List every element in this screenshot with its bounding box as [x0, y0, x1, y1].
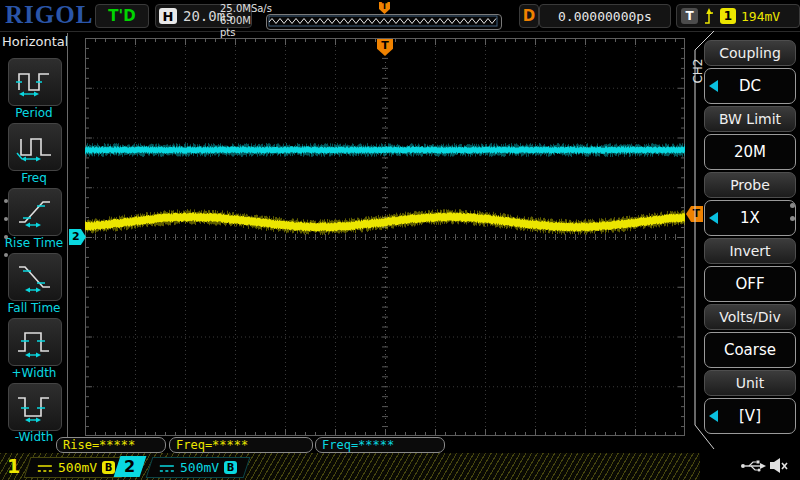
measurement-freq-ch1[interactable]: Freq=***** — [169, 437, 313, 453]
unit-value[interactable]: [V] — [704, 398, 796, 434]
delay-value: 0.00000000ps — [539, 4, 671, 28]
probe-label: Probe — [704, 172, 796, 198]
ch2-status-box[interactable]: 500mV B — [146, 457, 251, 478]
rise-time-button[interactable] — [8, 188, 62, 236]
acquisition-info: 25.0MSa/s 6.00M pts — [220, 3, 266, 39]
freq-button[interactable] — [8, 123, 62, 171]
trigger-info-box[interactable]: T 1 194mV — [676, 4, 800, 28]
plus-width-label: +Width — [0, 366, 68, 380]
freq-icon — [15, 131, 55, 163]
ch1-scale: 500mV — [58, 460, 97, 475]
coupling-label: Coupling — [704, 40, 796, 66]
menu-item-volts-div[interactable]: Volts/Div Coarse — [704, 304, 796, 368]
period-icon — [15, 66, 55, 98]
trigger-level-value: 194mV — [741, 9, 780, 24]
trigger-t-icon: T — [681, 8, 698, 24]
fall-time-button[interactable] — [8, 253, 62, 301]
oscilloscope-screen: RIGOL T'D H 20.0ms 25.0MSa/s 6.00M pts T… — [0, 0, 800, 480]
unit-label: Unit — [704, 370, 796, 396]
unit-value-text: [V] — [739, 407, 761, 425]
period-label: Period — [0, 106, 68, 120]
freq-label: Freq — [0, 171, 68, 185]
volts-div-value-text: Coarse — [724, 341, 776, 359]
menu-item-unit[interactable]: Unit [V] — [704, 370, 796, 434]
invert-label: Invert — [704, 238, 796, 264]
selected-indicator-icon — [709, 410, 718, 422]
trigger-status-badge: T'D — [95, 4, 149, 28]
sample-rate: 25.0MSa/s — [220, 3, 266, 15]
menu-item-probe[interactable]: Probe 1X — [704, 172, 796, 236]
header-trigger-position-pointer[interactable]: T — [379, 2, 390, 14]
fall-time-label: Fall Time — [0, 301, 68, 315]
plus-width-button[interactable] — [8, 318, 62, 366]
selected-indicator-icon — [709, 80, 718, 92]
invert-value-text: OFF — [735, 275, 764, 293]
left-menu-title: Horizontal — [2, 34, 66, 49]
preview-waveform — [269, 19, 496, 24]
bw-limit-label: BW Limit — [704, 106, 796, 132]
coupling-value-text: DC — [739, 77, 761, 95]
rising-edge-icon — [703, 7, 715, 25]
bw-limit-value[interactable]: 20M — [704, 134, 796, 170]
ch2-ground-marker[interactable]: 2 — [69, 229, 86, 245]
menu-item-bw-limit[interactable]: BW Limit 20M — [704, 106, 796, 170]
dc-coupling-icon — [37, 463, 53, 473]
usb-icon — [740, 459, 766, 473]
waveform-preview-bar[interactable] — [266, 14, 502, 30]
menu-page-dot — [790, 203, 795, 208]
measurement-rise[interactable]: Rise=***** — [56, 437, 166, 453]
bw-limit-value-text: 20M — [734, 143, 766, 161]
minus-width-icon — [15, 391, 55, 423]
graticule-canvas — [85, 38, 685, 436]
measurement-freq-ch2[interactable]: Freq=***** — [315, 437, 445, 453]
ch1-status-box[interactable]: 500mV B — [24, 457, 129, 478]
dc-coupling-icon — [159, 463, 175, 473]
ch1-number: 1 — [7, 455, 20, 477]
ch2-scale: 500mV — [180, 460, 219, 475]
selected-indicator-icon — [709, 212, 718, 224]
horizontal-h-icon: H — [159, 8, 177, 24]
invert-value[interactable]: OFF — [704, 266, 796, 302]
delay-d-icon: D — [519, 4, 539, 28]
header-bar: RIGOL T'D H 20.0ms 25.0MSa/s 6.00M pts T… — [0, 0, 800, 32]
speaker-muted-icon — [769, 457, 789, 474]
volts-div-value[interactable]: Coarse — [704, 332, 796, 368]
probe-value[interactable]: 1X — [704, 200, 796, 236]
fall-time-icon — [15, 261, 55, 293]
coupling-value[interactable]: DC — [704, 68, 796, 104]
period-button[interactable] — [8, 58, 62, 106]
rigol-logo: RIGOL — [5, 1, 93, 29]
menu-page-dot — [790, 216, 795, 221]
menu-item-invert[interactable]: Invert OFF — [704, 238, 796, 302]
minus-width-button[interactable] — [8, 383, 62, 431]
menu-item-coupling[interactable]: Coupling DC — [704, 40, 796, 104]
volts-div-label: Volts/Div — [704, 304, 796, 330]
preview-window-outline — [269, 16, 497, 26]
trigger-source-badge: 1 — [720, 8, 736, 24]
ch2-bw-limit-badge: B — [224, 461, 237, 474]
rise-time-icon — [15, 196, 55, 228]
ch1-bw-limit-badge: B — [102, 461, 115, 474]
probe-value-text: 1X — [740, 209, 760, 227]
rise-time-label: Rise Time — [0, 236, 68, 250]
memory-depth: 6.00M pts — [220, 15, 266, 39]
plus-width-icon — [15, 326, 55, 358]
ch2-number: 2 — [124, 457, 135, 476]
